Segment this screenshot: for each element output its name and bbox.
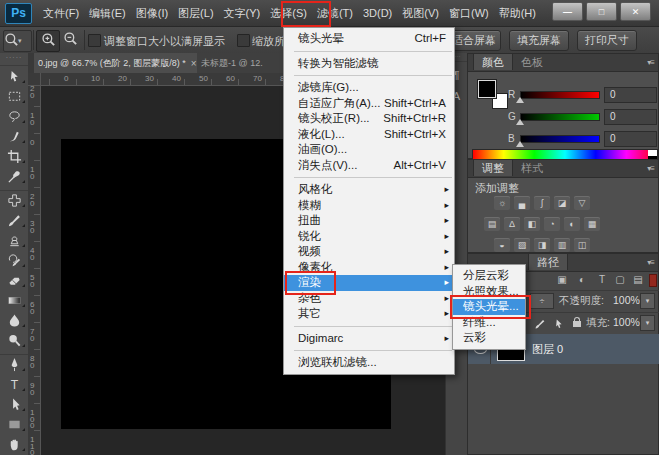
- gradient-map-icon[interactable]: ▥: [554, 238, 570, 252]
- crop-tool[interactable]: [0, 146, 28, 166]
- filter-menu-item[interactable]: 液化(L)...Shift+Ctrl+X: [284, 127, 454, 143]
- color-balance-icon[interactable]: Δ: [504, 217, 520, 231]
- clone-stamp-tool[interactable]: [0, 230, 28, 250]
- options-button[interactable]: 打印尺寸: [577, 30, 637, 51]
- panel-menu-icon[interactable]: [647, 164, 654, 173]
- color-slider-track[interactable]: [520, 135, 600, 143]
- lock-move-icon[interactable]: [553, 316, 566, 329]
- close-button[interactable]: ✕: [620, 2, 651, 21]
- filter-menu-item[interactable]: 模糊: [284, 198, 454, 214]
- levels-icon[interactable]: ▄: [514, 196, 530, 210]
- filter-menu-item[interactable]: 扭曲: [284, 213, 454, 229]
- menubar-item[interactable]: 文字(Y): [221, 0, 264, 26]
- type-layer-filter-icon[interactable]: T: [594, 273, 610, 286]
- layer-name[interactable]: 图层 0: [532, 342, 563, 357]
- filter-menu-item[interactable]: 消失点(V)...Alt+Ctrl+V: [284, 158, 454, 174]
- filter-menu-item[interactable]: 滤镜库(G)...: [284, 80, 454, 96]
- healing-brush-tool[interactable]: [0, 190, 28, 210]
- color-slider-thumb[interactable]: [516, 97, 524, 103]
- black-white-icon[interactable]: ◧: [524, 217, 540, 231]
- zoom-out-button[interactable]: [59, 30, 81, 50]
- panel-tab[interactable]: 调整: [473, 160, 513, 176]
- path-selection-tool[interactable]: [0, 394, 28, 414]
- lock-brush-icon[interactable]: [534, 316, 547, 329]
- selective-color-icon[interactable]: ◫: [574, 238, 590, 252]
- filter-menu-item[interactable]: 风格化: [284, 182, 454, 198]
- brightness-contrast-icon[interactable]: ☼: [494, 196, 510, 210]
- panel-tab[interactable]: 样式: [513, 160, 551, 176]
- panel-menu-icon[interactable]: [647, 258, 654, 267]
- fill-value[interactable]: 100%: [613, 316, 640, 328]
- document-tab[interactable]: 0.jpg @ 66.7% (色阶 2, 图层蒙版/8) *×: [34, 53, 205, 73]
- opacity-dropdown-icon[interactable]: [640, 293, 655, 309]
- zoom-tool-preset[interactable]: [3, 30, 32, 52]
- menubar-item[interactable]: 视图(V): [399, 0, 442, 26]
- dodge-tool[interactable]: [0, 330, 28, 350]
- pixel-layer-filter-icon[interactable]: ▣: [554, 273, 570, 286]
- options-button[interactable]: 适合屏幕: [447, 30, 501, 51]
- threshold-icon[interactable]: ◨: [534, 238, 550, 252]
- color-slider-thumb[interactable]: [516, 141, 524, 147]
- filter-menu-item[interactable]: 油画(O)...: [284, 142, 454, 158]
- brush-tool[interactable]: [0, 210, 28, 230]
- vibrance-icon[interactable]: ▽: [574, 196, 590, 210]
- menubar-item[interactable]: 图像(I): [133, 0, 171, 26]
- exposure-icon[interactable]: ◪: [554, 196, 570, 210]
- menubar-item[interactable]: 编辑(E): [86, 0, 129, 26]
- color-slider-thumb[interactable]: [516, 119, 524, 125]
- fill-dropdown-icon[interactable]: [640, 315, 655, 331]
- menubar-item[interactable]: 3D(D): [360, 0, 395, 26]
- panel-tab[interactable]: 颜色: [473, 54, 513, 70]
- curves-icon[interactable]: ʃ: [534, 196, 550, 210]
- tab-close-icon[interactable]: ×: [191, 58, 197, 69]
- blend-mode-stepper[interactable]: [530, 293, 554, 309]
- resize-windows-checkbox[interactable]: [88, 34, 101, 47]
- filter-menu-item[interactable]: 镜头光晕Ctrl+F: [284, 31, 454, 47]
- zoom-in-button[interactable]: [36, 30, 60, 52]
- photo-filter-icon[interactable]: ◔: [544, 217, 560, 231]
- zoom-all-checkbox[interactable]: [237, 34, 250, 47]
- minimize-button[interactable]: —: [552, 2, 583, 21]
- filter-menu-item[interactable]: Digimarc: [284, 331, 454, 347]
- options-button[interactable]: 填充屏幕: [509, 30, 569, 51]
- color-slider-track[interactable]: [520, 91, 600, 99]
- quick-selection-tool[interactable]: [0, 126, 28, 146]
- layer-filter-toggle-icon[interactable]: [649, 274, 657, 287]
- shape-layer-filter-icon[interactable]: ▢: [612, 273, 628, 286]
- filter-menu-item[interactable]: 锐化: [284, 229, 454, 245]
- channel-mixer-icon[interactable]: ◐: [564, 217, 580, 231]
- maximize-button[interactable]: □: [586, 2, 617, 21]
- history-brush-tool[interactable]: [0, 250, 28, 270]
- opacity-value[interactable]: 100%: [613, 294, 640, 306]
- smart-object-filter-icon[interactable]: ▤: [630, 273, 646, 286]
- toolbox-grip[interactable]: ·····: [0, 53, 28, 66]
- lock-all-icon[interactable]: [573, 321, 581, 327]
- eraser-tool[interactable]: [0, 270, 28, 290]
- filter-menu-item[interactable]: 镜头校正(R)...Shift+Ctrl+R: [284, 111, 454, 127]
- lasso-tool[interactable]: [0, 106, 28, 126]
- filter-menu-item[interactable]: 其它: [284, 306, 454, 322]
- color-slider-track[interactable]: [520, 113, 600, 121]
- posterize-icon[interactable]: ▨: [514, 238, 530, 252]
- hue-saturation-icon[interactable]: ▤: [484, 217, 500, 231]
- submenu-item[interactable]: 云彩: [453, 330, 525, 346]
- filter-menu-item[interactable]: 视频: [284, 244, 454, 260]
- adjustment-layer-filter-icon[interactable]: ◐: [574, 273, 590, 286]
- gradient-tool[interactable]: [0, 290, 28, 310]
- move-tool[interactable]: [0, 66, 28, 86]
- invert-icon[interactable]: ◒: [494, 238, 510, 252]
- eyedropper-tool[interactable]: [0, 166, 28, 186]
- color-lookup-icon[interactable]: ▦: [584, 217, 600, 231]
- filter-menu-item[interactable]: 浏览联机滤镜...: [284, 355, 454, 371]
- channel-value-field[interactable]: 0: [604, 87, 657, 103]
- panel-tab[interactable]: 色板: [513, 54, 551, 70]
- vertical-ruler[interactable]: 2 01 001 02 03 04 05 06 07 08 09 01 0 01…: [28, 73, 41, 455]
- marquee-tool[interactable]: [0, 86, 28, 106]
- pen-tool[interactable]: [0, 354, 28, 374]
- menubar-item[interactable]: 文件(F): [40, 0, 82, 26]
- type-tool[interactable]: T: [0, 374, 28, 394]
- shape-tool[interactable]: [0, 414, 28, 434]
- menubar-item[interactable]: 图层(L): [175, 0, 216, 26]
- panel-menu-icon[interactable]: [647, 58, 654, 67]
- submenu-item[interactable]: 分层云彩: [453, 268, 525, 284]
